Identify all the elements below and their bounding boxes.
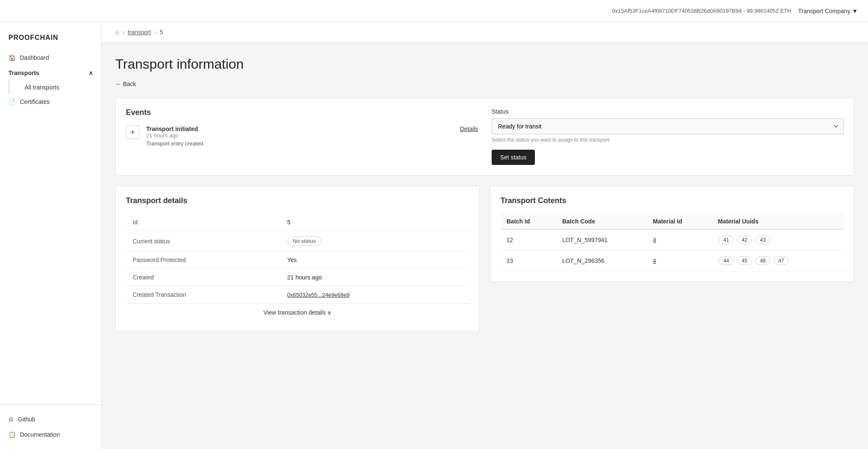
detail-label-status: Current status <box>126 231 281 251</box>
uuid-badge-44[interactable]: 44 <box>719 257 734 265</box>
view-tx-label: View transaction details <box>264 309 326 316</box>
sidebar: PROOFCHAIN 🏠 Dashboard Transports ∧ All … <box>0 22 102 449</box>
sidebar-item-all-transports[interactable]: All transports <box>8 81 101 94</box>
status-hint: Select the status you want to assign to … <box>492 137 844 143</box>
sidebar-transports-label: Transports <box>8 70 39 76</box>
main-content: ⌂ › transport › 5 Transport information … <box>102 22 868 449</box>
bottom-section: Transport details Id 5 Current status No… <box>115 186 854 342</box>
page-content: Transport information ← Back Events + Tr… <box>102 43 868 355</box>
detail-value-tx: 0x65032e55...24e9e68e9 <box>281 286 470 304</box>
contents-table: Batch Id Batch Code Material Id Material… <box>501 214 844 271</box>
no-status-badge: No status <box>287 236 322 246</box>
company-dropdown-icon: ▼ <box>852 8 858 14</box>
view-transaction-toggle[interactable]: View transaction details ∨ <box>126 304 469 321</box>
home-icon: 🏠 <box>8 54 16 61</box>
transport-details-card: Transport details Id 5 Current status No… <box>115 186 480 332</box>
event-content: Transport initiated 21 hours ago Transpo… <box>146 125 453 147</box>
detail-row-id: Id 5 <box>126 214 469 231</box>
material-id-link-1[interactable]: 4 <box>653 237 656 243</box>
uuid-badge-45[interactable]: 45 <box>737 257 752 265</box>
sidebar-item-dashboard[interactable]: 🏠 Dashboard <box>0 50 101 65</box>
view-tx-chevron: ∨ <box>327 309 331 316</box>
certificates-icon: 📄 <box>8 98 16 105</box>
batch-code-2: LOT_N_296356 <box>556 251 647 271</box>
breadcrumb-sep2: › <box>154 29 156 36</box>
all-transports-label: All transports <box>25 84 59 91</box>
detail-value-created: 21 hours ago <box>281 269 470 286</box>
github-label: Github <box>18 416 35 423</box>
page-title: Transport information <box>115 56 854 72</box>
breadcrumb-sep1: › <box>122 29 124 36</box>
detail-row-created: Created 21 hours ago <box>126 269 469 286</box>
sidebar-item-documentation[interactable]: 📋 Documentation <box>0 427 101 442</box>
events-section: Events + Transport initiated 21 hours ag… <box>126 108 478 165</box>
uuid-badge-47[interactable]: 47 <box>774 257 789 265</box>
uuid-badge-41[interactable]: 41 <box>719 236 734 244</box>
contents-row-2: 13 LOT_N_296356 4 44 45 46 47 <box>501 251 844 271</box>
transport-contents-card: Transport Cotents Batch Id Batch Code Ma… <box>490 186 854 282</box>
detail-label-password: Password Protected <box>126 251 281 269</box>
sidebar-dashboard-label: Dashboard <box>20 54 49 61</box>
col-batch-code: Batch Code <box>556 214 647 229</box>
documentation-icon: 📋 <box>8 431 16 438</box>
status-label: Status <box>492 108 844 115</box>
transport-contents-title: Transport Cotents <box>501 196 844 205</box>
app-header: 0x15Af53F1ceA4f68710DF740538B26d0A90197B… <box>0 0 868 22</box>
material-uuids-1: 41 42 43 <box>712 229 844 251</box>
detail-row-tx: Created Transaction 0x65032e55...24e9e68… <box>126 286 469 304</box>
event-description: Transport entry created <box>146 140 453 147</box>
detail-row-status: Current status No status <box>126 231 469 251</box>
transport-details-title: Transport details <box>126 196 469 205</box>
detail-value-password: Yes <box>281 251 470 269</box>
breadcrumb-home-icon[interactable]: ⌂ <box>115 29 119 36</box>
status-section: Status Ready for transit In transit Deli… <box>492 108 844 165</box>
event-time: 21 hours ago <box>146 132 453 139</box>
breadcrumb: ⌂ › transport › 5 <box>102 22 868 43</box>
events-title: Events <box>126 108 478 117</box>
events-card: Events + Transport initiated 21 hours ag… <box>115 98 854 176</box>
company-name: Transport Company <box>798 8 850 14</box>
uuid-badge-43[interactable]: 43 <box>755 236 770 244</box>
set-status-button[interactable]: Set status <box>492 150 535 165</box>
col-material-uuids: Material Uuids <box>712 214 844 229</box>
event-expand-button[interactable]: + <box>126 125 139 139</box>
company-selector[interactable]: Transport Company ▼ <box>798 8 858 14</box>
tx-link[interactable]: 0x65032e55...24e9e68e9 <box>287 292 350 298</box>
batch-id-1: 12 <box>501 229 556 251</box>
sidebar-item-certificates[interactable]: 📄 Certificates <box>0 94 101 109</box>
back-button[interactable]: ← Back <box>115 81 854 87</box>
uuid-badge-42[interactable]: 42 <box>737 236 752 244</box>
sidebar-transports-section[interactable]: Transports ∧ <box>0 65 101 81</box>
material-id-2: 4 <box>647 251 712 271</box>
detail-row-password: Password Protected Yes <box>126 251 469 269</box>
detail-label-tx: Created Transaction <box>126 286 281 304</box>
event-title: Transport initiated <box>146 125 453 132</box>
app-layout: PROOFCHAIN 🏠 Dashboard Transports ∧ All … <box>0 22 868 449</box>
material-id-link-2[interactable]: 4 <box>653 257 656 264</box>
detail-label-created: Created <box>126 269 281 286</box>
details-table: Id 5 Current status No status Password P <box>126 214 469 304</box>
uuid-badge-46[interactable]: 46 <box>755 257 770 265</box>
breadcrumb-transport-link[interactable]: transport <box>128 29 151 36</box>
sidebar-item-github[interactable]: ⊙ Github <box>0 412 101 427</box>
event-row: + Transport initiated 21 hours ago Trans… <box>126 125 478 147</box>
contents-row-1: 12 LOT_N_5997941 4 41 42 43 <box>501 229 844 251</box>
detail-value-id: 5 <box>281 214 470 231</box>
status-select[interactable]: Ready for transit In transit Delivered <box>492 118 844 134</box>
detail-label-id: Id <box>126 214 281 231</box>
certificates-label: Certificates <box>20 98 50 105</box>
contents-header-row: Batch Id Batch Code Material Id Material… <box>501 214 844 229</box>
material-id-1: 4 <box>647 229 712 251</box>
batch-id-2: 13 <box>501 251 556 271</box>
github-icon: ⊙ <box>8 416 14 423</box>
transports-chevron: ∧ <box>89 70 93 76</box>
material-uuids-2: 44 45 46 47 <box>712 251 844 271</box>
col-batch-id: Batch Id <box>501 214 556 229</box>
event-details-link[interactable]: Details <box>460 125 478 132</box>
col-material-id: Material Id <box>647 214 712 229</box>
detail-value-status: No status <box>281 231 470 251</box>
logo: PROOFCHAIN <box>0 29 101 50</box>
documentation-label: Documentation <box>20 431 60 438</box>
breadcrumb-current: 5 <box>160 29 163 36</box>
batch-code-1: LOT_N_5997941 <box>556 229 647 251</box>
